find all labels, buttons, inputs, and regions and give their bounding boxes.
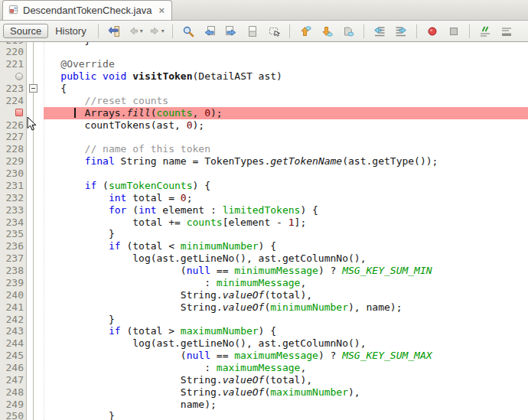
code-text[interactable]: String.valueOf(maximumNumber), [0,386,360,399]
line-number[interactable]: 220 [0,46,24,58]
find-button[interactable] [178,23,198,40]
find-previous-button[interactable] [200,23,220,40]
record-macro-button[interactable] [422,23,442,40]
code-line[interactable]: 247 String.valueOf(total), [0,374,528,386]
find-next-icon [225,25,237,37]
code-line[interactable]: 228 // name of this token [0,143,528,155]
code-text[interactable]: Arrays.fill(counts, 0); [0,107,223,119]
tab-title: DescendantTokenCheck.java [23,5,152,16]
code-line[interactable]: 221 @Override [0,58,528,70]
code-line[interactable]: 236 if (total < minimumNumber) { [0,240,528,252]
comment-button[interactable] [475,23,495,40]
code-line[interactable]: 244 log(ast.getLineNo(), ast.getColumnNo… [0,337,528,350]
code-text[interactable]: String.valueOf(minimumNumber), name); [0,301,402,314]
record-macro-icon [426,25,438,37]
code-line[interactable]: 235 } [0,228,528,240]
uncomment-icon [500,25,513,37]
toolbar-separator [98,24,99,38]
code-line[interactable]: 232 int total = 0; [0,192,528,204]
line-number[interactable]: 227 [0,131,24,143]
netbeans-editor-window: { "tab": { "title": "DescendantTokenChec… [0,0,528,420]
code-text[interactable]: : minimumMessage, [0,277,306,289]
code-text[interactable]: final String name = TokenTypes.getTokenN… [0,155,438,168]
code-line[interactable]: 230 [0,168,528,180]
code-line[interactable]: 229 final String name = TokenTypes.getTo… [0,155,528,168]
stop-macro-button[interactable] [444,23,464,40]
find-next-button[interactable] [221,23,241,40]
code-text[interactable]: String.valueOf(total), [0,289,312,301]
code-text[interactable]: } [0,410,115,420]
code-text[interactable]: for (int element : limitedTokens) { [0,204,318,217]
code-line[interactable]: Arrays.fill(counts, 0); [0,107,528,119]
code-line[interactable]: 245 (null == maximumMessage) ? MSG_KEY_S… [0,350,528,362]
code-line[interactable]: 227 [0,131,528,143]
code-line[interactable]: 240 String.valueOf(total), [0,289,528,301]
code-text[interactable]: total += counts[element - 1]; [0,217,306,229]
dropdown-caret-icon: ▾ [161,28,165,34]
code-text[interactable]: } [0,314,115,326]
shift-right-button[interactable] [391,23,411,40]
dropdown-caret-icon: ▾ [140,28,143,34]
code-editor[interactable]: 219 }220221 @Override public void visitT… [0,42,528,420]
tab-descendanttokencheck[interactable]: DescendantTokenCheck.java × [2,0,172,20]
code-text[interactable]: (null == minimumMessage) ? MSG_KEY_SUM_M… [0,265,432,277]
shift-right-icon [395,25,407,37]
toggle-bookmark-button[interactable] [338,23,358,40]
code-text[interactable]: @Override [0,58,115,70]
tab-bar: DescendantTokenCheck.java × [0,0,528,21]
toggle-bookmark-icon [342,25,354,37]
code-line[interactable]: 246 : maximumMessage, [0,362,528,374]
code-text[interactable]: name); [0,399,217,411]
code-text[interactable]: } [0,228,115,240]
code-line[interactable]: 223 { [0,83,528,95]
rectangular-selection-button[interactable] [264,23,284,40]
code-line[interactable]: 237 log(ast.getLineNo(), ast.getColumnNo… [0,252,528,265]
uncomment-button[interactable] [497,23,517,40]
java-file-icon [8,4,19,18]
shift-left-button[interactable] [370,23,389,40]
code-text[interactable]: // name of this token [0,143,210,155]
code-line[interactable]: 248 String.valueOf(maximumNumber), [0,386,528,399]
code-text[interactable]: public void visitToken(DetailAST ast) [0,70,282,83]
code-line[interactable]: 243 if (total > maximumNumber) { [0,325,528,337]
code-line[interactable]: 250 } [0,410,528,420]
code-text[interactable]: log(ast.getLineNo(), ast.getColumnNo(), [0,337,366,350]
code-line[interactable]: 242 } [0,314,528,326]
code-text[interactable]: if (sumTokenCounts) { [0,180,210,192]
close-icon[interactable]: × [158,5,165,15]
code-line[interactable]: 239 : minimumMessage, [0,277,528,289]
code-line[interactable]: 233 for (int element : limitedTokens) { [0,204,528,217]
code-text[interactable]: String.valueOf(total), [0,374,312,386]
history-view-button[interactable]: History [48,24,93,38]
back-button[interactable]: ▾ [125,23,145,40]
code-line[interactable]: 241 String.valueOf(minimumNumber), name)… [0,301,528,314]
code-line[interactable]: 249 name); [0,399,528,411]
back-icon [128,25,139,37]
previous-bookmark-button[interactable] [295,23,315,40]
code-text[interactable]: if (total < minimumNumber) { [0,240,276,252]
code-line[interactable]: public void visitToken(DetailAST ast) [0,70,528,83]
code-text[interactable]: log(ast.getLineNo(), ast.getColumnNo(), [0,252,366,265]
toolbar-separator [363,24,364,38]
text-caret [74,108,76,119]
code-fold-collapse-icon[interactable] [29,84,37,93]
code-text[interactable]: (null == maximumMessage) ? MSG_KEY_SUM_M… [0,350,432,362]
code-line[interactable]: 220 [0,46,528,58]
code-text[interactable]: : maximumMessage, [0,362,306,374]
code-line[interactable]: 238 (null == minimumMessage) ? MSG_KEY_S… [0,265,528,277]
forward-button[interactable]: ▾ [147,23,167,40]
code-text[interactable]: //reset counts [0,95,168,107]
code-text[interactable]: countTokens(ast, 0); [0,119,204,132]
source-view-button[interactable]: Source [3,24,48,38]
next-bookmark-button[interactable] [317,23,337,40]
toggle-highlight-button[interactable] [243,23,262,40]
line-number[interactable]: 230 [0,168,24,180]
code-text[interactable]: int total = 0; [0,192,193,204]
code-line[interactable]: 226 countTokens(ast, 0); [0,119,528,132]
code-line[interactable]: 231 if (sumTokenCounts) { [0,180,528,192]
code-text[interactable]: if (total > maximumNumber) { [0,325,276,337]
next-bookmark-icon [321,25,333,37]
code-line[interactable]: 224 //reset counts [0,95,528,107]
jump-last-edit-button[interactable] [104,23,124,40]
code-line[interactable]: 234 total += counts[element - 1]; [0,217,528,229]
